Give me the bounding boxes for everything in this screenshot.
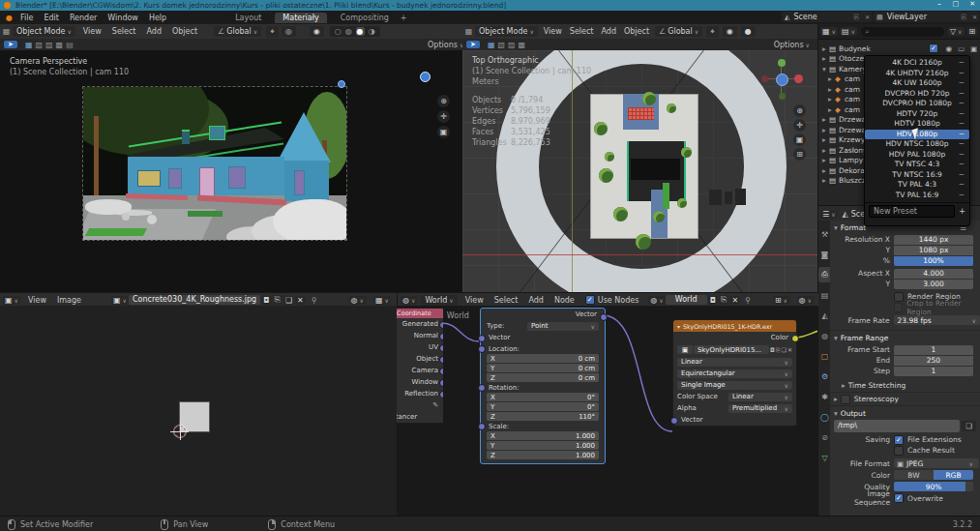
tree-top[interactable] bbox=[667, 103, 676, 113]
overlay-dropdown[interactable]: ◍∨ bbox=[797, 296, 814, 305]
add-preset-button[interactable]: + bbox=[959, 207, 965, 216]
tree-top[interactable] bbox=[636, 234, 651, 250]
remove-preset-icon[interactable]: − bbox=[959, 191, 965, 201]
item-label[interactable]: Bluszcz bbox=[839, 176, 866, 185]
tree-top[interactable] bbox=[594, 122, 608, 135]
display-channels-dropdown[interactable]: ◍∨ bbox=[349, 296, 366, 305]
viewlayer-copy-icon[interactable]: ⎘ bbox=[961, 14, 966, 21]
tree-top[interactable] bbox=[605, 152, 614, 162]
frame-step-field[interactable]: 1 bbox=[894, 367, 973, 376]
rotation-input-socket[interactable] bbox=[478, 384, 486, 392]
render-disable-icon[interactable]: ▣ bbox=[970, 44, 977, 53]
output-socket[interactable] bbox=[439, 368, 443, 375]
unlink-icon[interactable]: ✕ bbox=[787, 346, 792, 353]
cache-result-checkbox[interactable] bbox=[894, 446, 904, 456]
node-editor-canvas[interactable]: ‹ › Scene ▸ World Texture Coordinate Gen… bbox=[397, 306, 817, 516]
location-y-field[interactable]: Y0 cm bbox=[487, 364, 599, 372]
viewlayer-close-icon[interactable]: ✕ bbox=[972, 14, 977, 20]
menu-render[interactable]: Render bbox=[70, 14, 97, 22]
zoom-icon[interactable]: ⊕ bbox=[437, 95, 450, 107]
world-name-field[interactable]: World bbox=[666, 295, 707, 305]
orientation-dropdown[interactable]: ∠Global∨ bbox=[214, 26, 261, 37]
select-subtract-icon[interactable]: ▨ bbox=[45, 41, 53, 49]
output-socket[interactable] bbox=[439, 391, 443, 398]
maximize-button[interactable]: □ bbox=[952, 0, 959, 8]
expand-icon[interactable]: ▸ bbox=[828, 85, 835, 94]
menu-add[interactable]: Add bbox=[601, 27, 616, 36]
outliner-row-budynek[interactable]: ▸ ▤ Budynek ✓ ◉ ▭ ▣ bbox=[818, 44, 980, 54]
copy-icon[interactable]: ⎘ bbox=[776, 346, 781, 354]
gizmo-y-axis[interactable] bbox=[778, 59, 786, 67]
output-path-field[interactable]: /tmp\ bbox=[834, 420, 960, 432]
scene-selector[interactable]: ◭ Scene ⎘ ✕ bbox=[782, 12, 873, 22]
image-browse-dropdown[interactable]: ▣∨ bbox=[111, 296, 129, 305]
overlays-button[interactable]: ◉ bbox=[310, 26, 324, 37]
expand-icon[interactable]: ▸ bbox=[828, 105, 835, 114]
expand-icon[interactable]: ▸ bbox=[828, 95, 835, 103]
pin-icon[interactable]: ⚲ bbox=[745, 296, 751, 305]
time-stretching-section[interactable]: ▸ Time Stretching bbox=[830, 379, 980, 392]
item-label[interactable]: cam bbox=[845, 105, 860, 114]
menu-object[interactable]: Object bbox=[172, 27, 197, 36]
menu-help[interactable]: Help bbox=[149, 14, 166, 22]
select-box-icon[interactable]: ▦ bbox=[25, 41, 33, 49]
remove-preset-icon[interactable]: − bbox=[959, 109, 965, 120]
color-bw-button[interactable]: BW bbox=[894, 470, 934, 480]
image-name-field[interactable]: Concrete030_4K_Roughness.jpg bbox=[129, 295, 260, 305]
proportional-edit-button[interactable]: ◎ bbox=[282, 26, 296, 37]
projection-dropdown[interactable]: Equirectangular∨ bbox=[677, 369, 792, 378]
color-space-dropdown[interactable]: Linear∨ bbox=[728, 393, 792, 401]
menu-select[interactable]: Select bbox=[494, 296, 519, 305]
viewport-disable-icon[interactable]: ▭ bbox=[958, 44, 965, 53]
hide-eye-icon[interactable]: ◉ bbox=[945, 44, 952, 53]
remove-preset-icon[interactable]: − bbox=[959, 130, 965, 140]
remove-preset-icon[interactable]: − bbox=[959, 180, 965, 191]
scale-input-socket[interactable] bbox=[478, 423, 486, 430]
menu-view[interactable]: View bbox=[465, 296, 484, 305]
filter-type-dropdown[interactable]: ▤∨ bbox=[840, 27, 857, 36]
shading-wireframe-icon[interactable]: ○ bbox=[335, 27, 342, 36]
menu-view[interactable]: View bbox=[83, 27, 102, 36]
expand-icon[interactable]: ▸ bbox=[822, 156, 829, 164]
expand-icon[interactable]: ▸ bbox=[822, 54, 829, 63]
scale-x-field[interactable]: X1.000 bbox=[487, 431, 599, 440]
resolution-percent-slider[interactable]: 100% bbox=[894, 256, 973, 266]
light-gizmo[interactable] bbox=[338, 80, 345, 88]
copy-datablock-button[interactable]: ⎘ bbox=[273, 295, 282, 305]
shader-type-dropdown[interactable]: World∨ bbox=[421, 295, 457, 306]
render-region-checkbox[interactable] bbox=[894, 292, 904, 302]
scene-copy-icon[interactable]: ⎘ bbox=[853, 14, 859, 21]
options-dropdown[interactable]: Options∨ bbox=[428, 41, 463, 49]
orientation-dropdown[interactable]: ∠Global∨ bbox=[655, 26, 702, 37]
node-header[interactable]: Texture Coordinate bbox=[397, 309, 443, 318]
pan-hand-icon[interactable]: ✛ bbox=[793, 119, 806, 132]
expand-icon[interactable]: ▸ bbox=[822, 176, 829, 185]
camera-pin-gizmo[interactable] bbox=[420, 72, 431, 82]
image-name-field[interactable]: SkyOnlyHDRI015... bbox=[694, 345, 769, 354]
minimize-button[interactable]: – bbox=[937, 0, 941, 9]
output-socket[interactable] bbox=[439, 379, 443, 387]
remove-preset-icon[interactable]: − bbox=[959, 119, 965, 130]
menu-node[interactable]: Node bbox=[554, 296, 575, 305]
menu-object[interactable]: Object bbox=[624, 27, 649, 36]
remove-preset-icon[interactable]: − bbox=[959, 160, 965, 170]
collapse-icon[interactable]: ▾ bbox=[834, 223, 838, 232]
active-tool-button[interactable]: ➤ bbox=[466, 41, 480, 48]
remove-preset-icon[interactable]: − bbox=[959, 89, 965, 100]
viewport-top-view[interactable]: Top Orthographic (1) Scene Collection | … bbox=[462, 50, 817, 292]
expand-icon[interactable]: ▸ bbox=[828, 74, 835, 83]
select-intersect-icon[interactable]: ▤ bbox=[66, 41, 74, 49]
shading-material-icon[interactable]: ● bbox=[741, 26, 756, 37]
color-output-socket[interactable] bbox=[791, 335, 799, 342]
menu-add[interactable]: Add bbox=[528, 296, 544, 305]
preset-item[interactable]: 4K UHDTV 2160p− bbox=[865, 69, 969, 79]
select-invert-icon[interactable]: ▩ bbox=[56, 41, 64, 49]
display-mode-dropdown[interactable]: ▦∨ bbox=[820, 27, 838, 36]
menu-window[interactable]: Window bbox=[107, 14, 138, 22]
expand-icon[interactable]: ▸ bbox=[822, 126, 829, 134]
menu-view[interactable]: View bbox=[544, 27, 562, 36]
collapse-icon[interactable]: ▸ bbox=[834, 395, 838, 403]
expand-icon[interactable]: ▾ bbox=[822, 65, 829, 74]
source-dropdown[interactable]: Single Image∨ bbox=[677, 381, 792, 390]
new-collection-button[interactable]: ⊞ bbox=[967, 27, 978, 36]
